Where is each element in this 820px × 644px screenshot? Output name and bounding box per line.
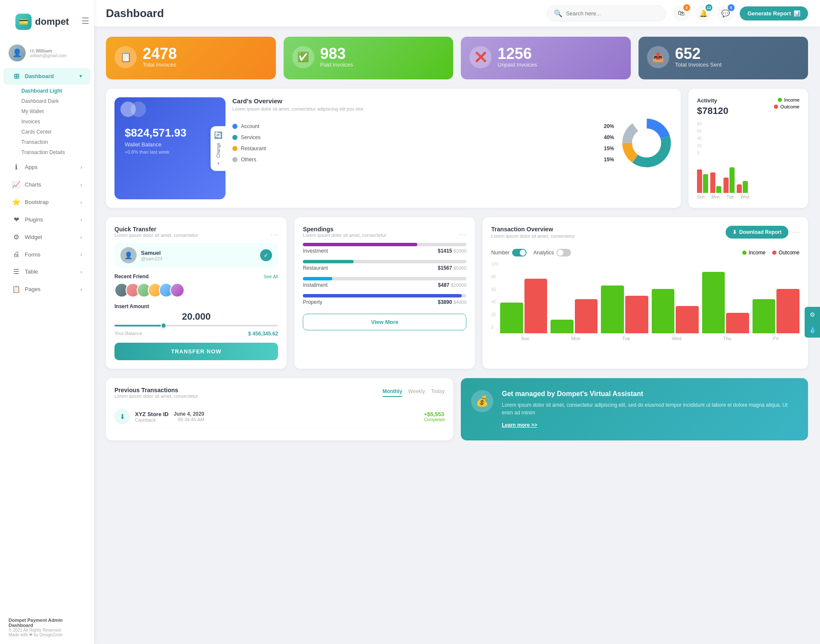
spendings-title: Spendings xyxy=(303,226,387,233)
shopping-icon-btn[interactable]: 🛍 2 xyxy=(673,5,689,21)
tab-weekly[interactable]: Weekly xyxy=(408,388,425,397)
sidebar: 💳 dompet ☰ 👤 Hi,William william@gmail.co… xyxy=(0,0,94,644)
legend-item-others: Others 15% xyxy=(232,157,614,163)
outcome-bar xyxy=(697,169,702,193)
bar-labels: Sun Mon Tue Wed Thu Fri xyxy=(500,336,800,341)
legend-dot-restaurant xyxy=(232,146,237,151)
quick-transfer-menu-icon[interactable]: ⋯ xyxy=(270,230,278,239)
submenu-item-transaction-details[interactable]: Transaction Details xyxy=(21,147,85,157)
bar-group-mon xyxy=(710,172,721,193)
amount-slider[interactable] xyxy=(114,325,278,326)
sidebar-item-table[interactable]: ☰ Table › xyxy=(3,263,91,280)
sidebar-item-bootstrap[interactable]: ⭐ Bootstrap › xyxy=(3,194,91,210)
legend-dot-others xyxy=(232,157,237,162)
sidebar-footer: Dompet Payment Admin Dashboard © 2021 Al… xyxy=(0,612,94,637)
spendings-subtitle: Lorem ipsum dolor sit amet, consectetur xyxy=(303,233,387,238)
generate-report-button[interactable]: Generate Report 📊 xyxy=(740,6,808,20)
main-content: Dashboard 🔍 🛍 2 🔔 12 💬 5 Generate Report… xyxy=(94,0,820,644)
change-btn[interactable]: 🔄 Change ▾ xyxy=(211,126,226,171)
page-title: Dashboard xyxy=(106,7,540,20)
sidebar-item-charts[interactable]: 📈 Charts › xyxy=(3,176,91,193)
submenu-item-dashboard-light[interactable]: Dashboard Light xyxy=(21,86,85,96)
stat-card-paid-invoices: ✅ 983 Paid Invoices xyxy=(284,37,454,79)
sidebar-item-pages[interactable]: 📋 Pages › xyxy=(3,281,91,297)
submenu-item-transaction[interactable]: Transaction xyxy=(21,137,85,147)
transfer-now-button[interactable]: TRANSFER NOW xyxy=(114,343,278,360)
submenu-item-cards-center[interactable]: Cards Center xyxy=(21,127,85,137)
outcome-bar xyxy=(625,296,648,333)
svg-point-3 xyxy=(627,124,666,163)
sidebar-item-widget[interactable]: ⚙ Widget › xyxy=(3,229,91,245)
water-drop-icon-btn[interactable]: 💧 xyxy=(805,322,820,338)
unpaid-invoices-icon: ❌ xyxy=(469,46,492,68)
va-learn-more-link[interactable]: Learn more >> xyxy=(502,422,537,428)
sidebar-item-apps[interactable]: ℹ Apps › xyxy=(3,159,91,175)
balance-label: Your Balance xyxy=(114,331,142,337)
paid-invoices-label: Paid Invoices xyxy=(320,61,353,68)
sidebar-item-plugins[interactable]: ❤ Plugins › xyxy=(3,211,91,228)
sidebar-item-label: Charts xyxy=(25,181,41,188)
activity-amount: $78120 xyxy=(697,105,728,117)
bar-labels: Sun Mon Tue Wed xyxy=(697,195,800,199)
chevron-down-icon: ▾ xyxy=(217,161,220,166)
wallet-card: $824,571.93 Wallet Balance +0,8% than la… xyxy=(114,97,226,199)
user-info: Hi,William william@gmail.com xyxy=(30,48,67,58)
search-input[interactable] xyxy=(566,10,651,17)
view-more-button[interactable]: View More xyxy=(303,314,466,330)
bottom-row: Quick Transfer Lorem ipsum dolor sit ame… xyxy=(106,217,808,369)
chat-icon-btn[interactable]: 💬 5 xyxy=(718,5,734,21)
see-all-link[interactable]: See All xyxy=(264,274,278,279)
logo-text: dompet xyxy=(35,16,69,27)
submenu-item-invoices[interactable]: Invoices xyxy=(21,117,85,127)
wallet-amount: $824,571.93 xyxy=(125,126,215,140)
bell-icon-btn[interactable]: 🔔 12 xyxy=(695,5,712,21)
txn-type: Cashback xyxy=(135,417,169,423)
sidebar-item-label: Forms xyxy=(25,251,41,258)
txn-info: XYZ Store ID Cashback xyxy=(135,411,169,423)
va-content: Get managed by Dompet's Virtual Assistan… xyxy=(502,390,798,428)
footer-made-with: Made with ❤ by DesignZone xyxy=(9,632,85,637)
sidebar-item-forms[interactable]: 🖨 Forms › xyxy=(3,246,91,262)
tab-monthly[interactable]: Monthly xyxy=(383,388,402,397)
recent-friend-label: Recent Friend xyxy=(114,274,149,280)
user-email: william@gmail.com xyxy=(30,53,67,58)
check-icon: ✓ xyxy=(260,249,272,261)
virtual-assistant-panel: 💰 Get managed by Dompet's Virtual Assist… xyxy=(461,378,808,440)
quick-transfer-panel: Quick Transfer Lorem ipsum dolor sit ame… xyxy=(106,217,287,369)
spendings-panel: Spendings Lorem ipsum dolor sit amet, co… xyxy=(294,217,475,369)
wallet-change: +0,8% than last week xyxy=(125,149,215,154)
transaction-overview-panel: Transaction Overview Lorem ipsum dolor s… xyxy=(483,217,808,369)
avatar: 👤 xyxy=(9,44,26,61)
avatar-img: 👤 xyxy=(9,44,26,61)
total-invoices-label: Total Invoices xyxy=(143,61,177,68)
total-invoices-icon: 📋 xyxy=(114,46,137,68)
chevron-right-icon: › xyxy=(80,200,82,205)
settings-icon-btn[interactable]: ⚙ xyxy=(805,307,820,322)
friend-avatar-6[interactable] xyxy=(170,283,184,297)
download-report-button[interactable]: ⬇ Download Report xyxy=(726,226,788,239)
prev-txn-row: Previous Transactions Lorem ipsum dolor … xyxy=(106,378,808,440)
tab-today[interactable]: Today xyxy=(431,388,445,397)
txn-amount: +$5,553 Completed xyxy=(424,411,445,422)
contact-card: 👤 Samuel @sam224 ✓ xyxy=(114,243,278,268)
number-toggle[interactable] xyxy=(512,249,527,256)
sidebar-item-label: Widget xyxy=(25,234,42,240)
sidebar-item-dashboard[interactable]: ⊞ Dashboard ▾ xyxy=(3,68,91,85)
spendings-menu-icon[interactable]: ⋯ xyxy=(459,230,466,239)
paid-invoices-icon: ✅ xyxy=(292,46,314,68)
sidebar-item-label: Pages xyxy=(25,286,41,292)
income-bar xyxy=(601,286,624,333)
prev-txn-header: Previous Transactions Lorem ipsum dolor … xyxy=(114,387,445,404)
outcome-bar xyxy=(524,279,548,333)
chevron-right-icon: › xyxy=(80,217,82,222)
income-bar xyxy=(743,181,748,193)
header-icons: 🛍 2 🔔 12 💬 5 Generate Report 📊 xyxy=(673,5,808,21)
submenu-item-my-wallet[interactable]: My Wallet xyxy=(21,106,85,117)
analytics-toggle[interactable] xyxy=(556,249,571,256)
txn-overview-menu-icon[interactable]: ⋯ xyxy=(792,227,800,237)
hamburger-icon[interactable]: ☰ xyxy=(77,16,94,26)
header: Dashboard 🔍 🛍 2 🔔 12 💬 5 Generate Report… xyxy=(94,0,820,26)
bell-badge: 12 xyxy=(706,4,712,11)
widget-icon: ⚙ xyxy=(12,233,20,241)
submenu-item-dashboard-dark[interactable]: Dashboard Dark xyxy=(21,96,85,106)
